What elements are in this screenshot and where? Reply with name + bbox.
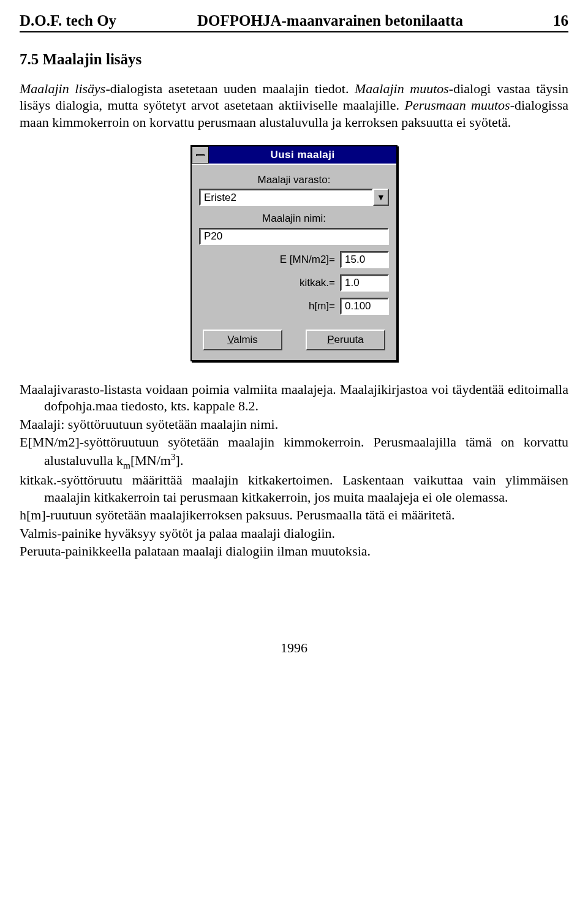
dialog-window: Uusi maalaji Maalaji varasto: Eriste2 ▼ … [190,145,398,361]
desc-maalaji: Maalaji: syöttöruutuun syötetään maalaji… [44,416,568,433]
description-block: Maalajivarasto-listasta voidaan poimia v… [20,381,568,560]
term-perusmaan-muutos: Perusmaan muutos [404,97,510,113]
desc-valmis: Valmis-painike hyväksyy syötöt ja palaa … [44,525,568,542]
term-maalajin-lisays: Maalajin lisäys [20,81,105,96]
input-e[interactable]: 15.0 [340,251,389,268]
desc-kitkak: kitkak.-syöttöruutu määrittää maalajin k… [44,472,568,505]
desc-e: E[MN/m2]-syöttöruutuun syötetään maalaji… [44,434,568,470]
row-e: E [MN/m2]= 15.0 [199,251,389,268]
label-h: h[m]= [309,300,335,312]
header-page: 16 [544,11,568,30]
combo-maalaji-varasto[interactable]: Eriste2 ▼ [199,189,389,206]
footer-year: 1996 [20,639,568,657]
desc-maalajivarasto: Maalajivarasto-listasta voidaan poimia v… [44,381,568,415]
dialog-title: Uusi maalaji [209,148,396,161]
label-kitkak: kitkak.= [300,276,335,289]
header-left: D.O.F. tech Oy [20,11,116,30]
section-heading: Maalajin lisäys [43,51,142,67]
label-maalajin-nimi: Maalajin nimi: [199,212,389,225]
desc-h: h[m]-ruutuun syötetään maalajikerroksen … [44,507,568,524]
header-center: DOFPOHJA-maanvarainen betonilaatta [116,11,544,30]
input-h[interactable]: 0.100 [340,298,389,315]
row-kitkak: kitkak.= 1.0 [199,274,389,292]
input-maalajin-nimi[interactable]: P20 [199,228,389,245]
row-h: h[m]= 0.100 [199,298,389,315]
combo-value[interactable]: Eriste2 [199,189,373,206]
section-title: 7.5 Maalajin lisäys [20,50,568,69]
peruuta-button[interactable]: Peruuta [306,330,385,350]
system-menu-icon[interactable] [192,146,209,164]
dialog-titlebar: Uusi maalaji [192,146,396,164]
dialog-button-row: Valmis Peruuta [199,330,389,350]
term-maalajin-muutos: Maalajin muutos [355,81,449,96]
dialog-figure: Uusi maalaji Maalaji varasto: Eriste2 ▼ … [20,145,568,361]
intro-paragraph: Maalajin lisäys-dialogista asetetaan uud… [20,80,568,131]
dialog-client-area: Maalaji varasto: Eriste2 ▼ Maalajin nimi… [192,164,396,360]
page-header: D.O.F. tech Oy DOFPOHJA-maanvarainen bet… [20,11,568,32]
valmis-button[interactable]: Valmis [203,330,282,350]
label-e: E [MN/m2]= [280,253,335,266]
label-maalaji-varasto: Maalaji varasto: [199,173,389,186]
desc-peruuta: Peruuta-painikkeella palataan maalaji di… [44,543,568,560]
section-number: 7.5 [20,51,39,67]
chevron-down-icon[interactable]: ▼ [373,189,389,206]
input-kitkak[interactable]: 1.0 [340,274,389,292]
